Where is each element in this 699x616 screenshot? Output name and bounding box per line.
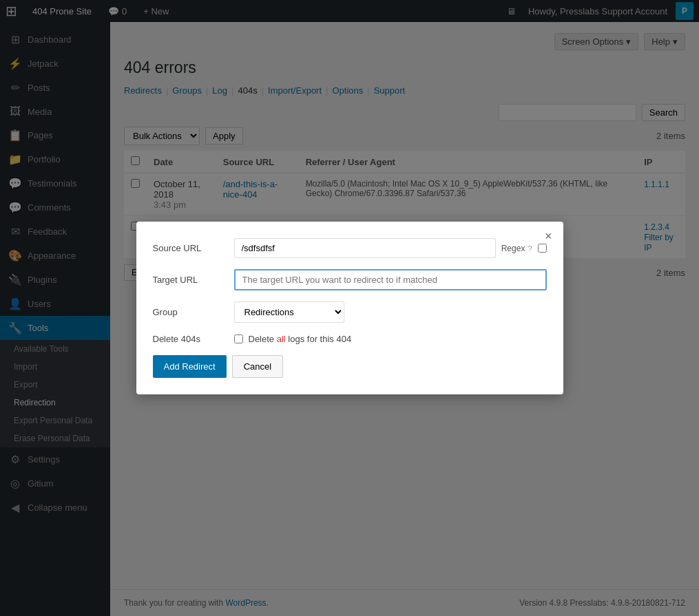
group-select[interactable]: Redirections	[234, 301, 344, 323]
add-redirect-button[interactable]: Add Redirect	[153, 355, 227, 378]
modal-actions: Add Redirect Cancel	[153, 355, 547, 378]
source-url-label: Source URL	[153, 243, 229, 253]
source-url-row: Source URL Regex ?	[153, 238, 547, 258]
modal-close-button[interactable]: ×	[539, 227, 558, 245]
source-url-input[interactable]	[234, 238, 496, 258]
group-row: Group Redirections	[153, 301, 547, 323]
delete-checkbox[interactable]	[234, 334, 243, 343]
regex-label: Regex	[501, 244, 525, 253]
target-url-row: Target URL	[153, 269, 547, 290]
target-url-label: Target URL	[153, 275, 229, 285]
modal-overlay[interactable]: × Source URL Regex ? Target URL Group	[0, 0, 699, 616]
delete-row: Delete 404s Delete all logs for this 404	[153, 334, 547, 344]
cancel-button[interactable]: Cancel	[232, 355, 283, 378]
modal-dialog: × Source URL Regex ? Target URL Group	[136, 222, 563, 394]
delete-label: Delete 404s	[153, 334, 229, 344]
regex-help-icon[interactable]: ?	[528, 244, 532, 253]
target-url-input[interactable]	[234, 269, 547, 290]
delete-description: Delete all logs for this 404	[249, 334, 352, 344]
group-label: Group	[153, 307, 229, 317]
